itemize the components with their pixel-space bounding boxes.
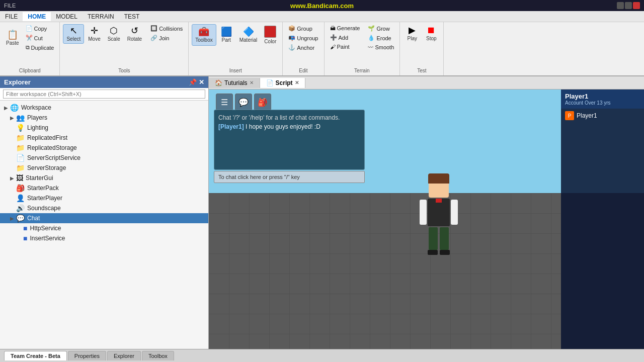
startergui-icon: 🖼 <box>16 174 23 182</box>
workspace-label: Workspace <box>21 104 51 111</box>
menu-test[interactable]: TEST <box>119 12 145 21</box>
close-btn[interactable] <box>633 2 640 9</box>
backpack-overlay-icon: 🎒 <box>258 98 268 107</box>
tree-players[interactable]: ▶ 👥 Players <box>0 113 208 123</box>
httpservice-label: HttpService <box>30 225 61 232</box>
character-legs <box>419 227 459 250</box>
duplicate-button[interactable]: ⧉ Duplicate <box>23 43 57 52</box>
tree-soundscape[interactable]: 🔊 Soundscape <box>0 203 208 213</box>
players-label: Players <box>27 114 47 121</box>
tree-replicated-first[interactable]: 📁 ReplicatedFirst <box>0 133 208 143</box>
sidebar-close-btn[interactable]: ✕ <box>199 78 204 86</box>
paint-icon: 🖌 <box>330 44 336 50</box>
group-button[interactable]: 📦 Group <box>286 24 320 33</box>
ungroup-button[interactable]: 📭 Ungroup <box>286 34 320 42</box>
minimize-btn[interactable] <box>617 2 624 9</box>
starterplayer-label: StarterPlayer <box>27 195 62 202</box>
starterpack-icon: 🎒 <box>16 184 25 192</box>
chat-overlay-icon: 💬 <box>238 98 249 107</box>
menu-model[interactable]: MODEL <box>51 12 83 21</box>
play-button[interactable]: ▶ Play <box>403 24 421 43</box>
statusbar-tab-properties[interactable]: Properties <box>68 351 106 360</box>
anchor-icon: ⚓ <box>288 44 295 51</box>
tab-tutorials[interactable]: 🏠 Tuturials ✕ <box>209 78 260 88</box>
sidebar-header: Explorer 📌 ✕ <box>0 76 208 88</box>
part-button[interactable]: 🟦 Part <box>217 24 235 46</box>
tree-starterplayer[interactable]: 👤 StarterPlayer <box>0 193 208 203</box>
add-terrain-icon: ➕ <box>330 34 337 41</box>
paint-terrain-button[interactable]: 🖌 Paint <box>328 43 363 51</box>
viewport-menu-btn[interactable]: ☰ <box>216 94 233 111</box>
chat-overlay: Chat '/?' or '/help' for a list of chat … <box>214 110 365 183</box>
tree-chat[interactable]: ▶ 💬 Chat <box>0 213 208 223</box>
tree-replicated-storage[interactable]: 📁 ReplicatedStorage <box>0 143 208 153</box>
select-button[interactable]: ↖ Select <box>63 24 84 44</box>
character-right-leg <box>440 227 449 250</box>
menu-home[interactable]: HOME <box>23 12 51 21</box>
tree-serverstorage[interactable]: 📁 ServerStorage <box>0 163 208 173</box>
clipboard-label: Clipboard <box>19 67 41 73</box>
toolbar: 📋 Paste 📄 Copy ✂️ Cut ⧉ Duplicate Clipbo… <box>0 22 644 76</box>
color-button[interactable]: Color <box>261 24 279 46</box>
stop-button[interactable]: ⏹ Stop <box>422 24 440 43</box>
tabs-bar: 🏠 Tuturials ✕ 📄 Script ✕ <box>209 76 644 89</box>
window-controls <box>617 2 640 9</box>
tree-lighting[interactable]: 💡 Lighting <box>0 123 208 133</box>
menu-file[interactable]: FILE <box>0 12 23 21</box>
viewport-backpack-btn[interactable]: 🎒 <box>254 94 271 111</box>
maximize-btn[interactable] <box>625 2 632 9</box>
scale-button[interactable]: ⬡ Scale <box>105 24 123 44</box>
title-bar: FILE www.Bandicam.com <box>0 0 644 11</box>
tree-startergui[interactable]: ▶ 🖼 StarterGui <box>0 173 208 183</box>
chat-input-bar[interactable]: To chat click here or press "/" key <box>214 171 365 183</box>
generate-button[interactable]: 🏔 Generate <box>328 24 363 32</box>
paste-button[interactable]: 📋 Paste <box>3 24 22 52</box>
anchor-button[interactable]: ⚓ Anchor <box>286 43 320 52</box>
tree-httpservice[interactable]: ■ HttpService <box>0 223 208 233</box>
copy-button[interactable]: 📄 Copy <box>23 24 57 33</box>
erode-button[interactable]: 💧 Erode <box>365 34 396 42</box>
player-account-info: Account Over 13 yrs <box>565 100 640 106</box>
join-button[interactable]: 🔗 Join <box>148 34 185 42</box>
move-button[interactable]: ✛ Move <box>85 24 103 44</box>
edit-group: 📦 Group 📭 Ungroup ⚓ Anchor Edit <box>283 22 324 75</box>
viewport-chat-btn[interactable]: 💬 <box>235 94 252 111</box>
script-tab-label: Script <box>276 79 293 86</box>
sidebar-pin-btn[interactable]: 📌 <box>189 78 197 86</box>
serverstorage-label: ServerStorage <box>27 164 66 171</box>
tutorials-tab-close[interactable]: ✕ <box>250 80 254 85</box>
character-shoes <box>419 250 459 255</box>
toolbox-button[interactable]: 🧰 Toolbox <box>192 24 216 46</box>
statusbar-tab-explorer[interactable]: Explorer <box>107 351 141 360</box>
insert-group: 🧰 Toolbox 🟦 Part 🔷 Material Color Insert <box>189 22 283 75</box>
workspace-filter-input[interactable] <box>3 89 205 99</box>
tree-starterpack[interactable]: 🎒 StarterPack <box>0 183 208 193</box>
insertservice-label: InsertService <box>30 235 65 242</box>
menu-terrain[interactable]: TERRAIN <box>83 12 119 21</box>
smooth-icon: 〰 <box>368 44 373 50</box>
script-tab-close[interactable]: ✕ <box>295 80 299 85</box>
grow-icon: 🌱 <box>368 25 375 32</box>
status-bar: Team Create - Beta Properties Explorer T… <box>0 349 644 362</box>
statusbar-tab-teamcreate[interactable]: Team Create - Beta <box>4 351 67 360</box>
soundscape-icon: 🔊 <box>16 204 25 212</box>
character-right-arm <box>451 200 458 225</box>
grow-button[interactable]: 🌱 Grow <box>365 24 396 33</box>
tab-script[interactable]: 📄 Script ✕ <box>260 78 305 88</box>
serverscript-label: ServerScriptService <box>27 154 80 161</box>
script-tab-icon: 📄 <box>266 79 274 86</box>
rotate-button[interactable]: ↺ Rotate <box>124 24 145 44</box>
material-button[interactable]: 🔷 Material <box>236 24 261 46</box>
erode-icon: 💧 <box>368 35 375 41</box>
tree-serverscriptservice[interactable]: 📄 ServerScriptService <box>0 153 208 163</box>
smooth-button[interactable]: 〰 Smooth <box>365 43 396 51</box>
starterplayer-icon: 👤 <box>16 194 25 202</box>
tree-insertservice[interactable]: ■ InsertService <box>0 233 208 243</box>
collisions-button[interactable]: 🔲 Collisions <box>148 24 185 33</box>
tree-workspace[interactable]: ▶ 🌐 Workspace <box>0 103 208 113</box>
game-viewport[interactable]: ☰ 💬 🎒 Chat '/?' or '/help' for a list of… <box>209 89 644 349</box>
statusbar-tab-toolbox[interactable]: Toolbox <box>142 351 174 360</box>
add-terrain-button[interactable]: ➕ Add <box>328 33 363 42</box>
replicatedstorage-label: ReplicatedStorage <box>27 144 77 151</box>
cut-button[interactable]: ✂️ Cut <box>23 34 57 42</box>
